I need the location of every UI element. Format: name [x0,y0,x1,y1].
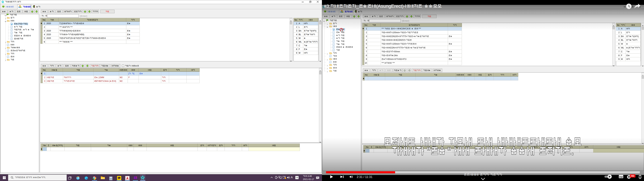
svg-text:TALK: TALK [118,178,120,179]
